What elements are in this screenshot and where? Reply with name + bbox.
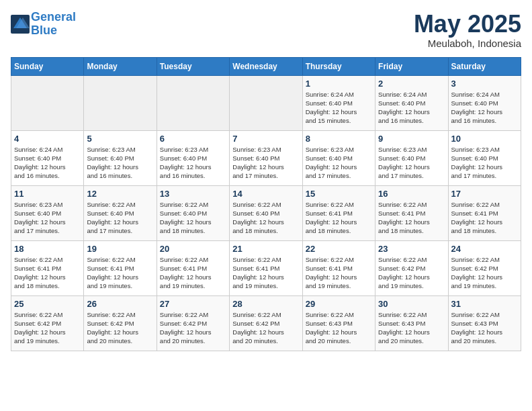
day-info: Sunrise: 6:24 AM Sunset: 6:40 PM Dayligh… — [378, 90, 445, 126]
day-info: Sunrise: 6:22 AM Sunset: 6:43 PM Dayligh… — [451, 310, 518, 346]
day-number: 20 — [160, 244, 226, 254]
day-number: 16 — [378, 189, 445, 199]
day-info: Sunrise: 6:22 AM Sunset: 6:43 PM Dayligh… — [306, 310, 372, 346]
day-number: 2 — [378, 79, 445, 89]
location-subtitle: Meulaboh, Indonesia — [414, 38, 521, 49]
weekday-header-thursday: Thursday — [302, 57, 375, 75]
day-number: 9 — [378, 134, 445, 144]
calendar-cell: 11Sunrise: 6:23 AM Sunset: 6:40 PM Dayli… — [11, 185, 84, 240]
day-info: Sunrise: 6:23 AM Sunset: 6:40 PM Dayligh… — [378, 145, 445, 181]
day-info: Sunrise: 6:22 AM Sunset: 6:41 PM Dayligh… — [306, 200, 372, 236]
calendar-cell: 20Sunrise: 6:22 AM Sunset: 6:41 PM Dayli… — [157, 240, 229, 295]
calendar-cell: 28Sunrise: 6:22 AM Sunset: 6:42 PM Dayli… — [230, 295, 302, 351]
calendar-cell: 31Sunrise: 6:22 AM Sunset: 6:43 PM Dayli… — [448, 295, 521, 351]
calendar-cell: 15Sunrise: 6:22 AM Sunset: 6:41 PM Dayli… — [302, 185, 375, 240]
day-number: 19 — [87, 244, 153, 254]
title-block: May 2025 Meulaboh, Indonesia — [414, 11, 521, 49]
day-number: 4 — [14, 134, 81, 144]
page-header: General Blue May 2025 Meulaboh, Indonesi… — [11, 11, 521, 49]
day-number: 18 — [14, 244, 81, 254]
day-number: 31 — [451, 299, 518, 309]
calendar-cell: 19Sunrise: 6:22 AM Sunset: 6:41 PM Dayli… — [84, 240, 157, 295]
calendar-cell: 2Sunrise: 6:24 AM Sunset: 6:40 PM Daylig… — [375, 75, 448, 130]
calendar-body: 1Sunrise: 6:24 AM Sunset: 6:40 PM Daylig… — [11, 75, 521, 351]
calendar-week-4: 18Sunrise: 6:22 AM Sunset: 6:41 PM Dayli… — [11, 240, 521, 295]
calendar-cell: 13Sunrise: 6:22 AM Sunset: 6:40 PM Dayli… — [157, 185, 229, 240]
calendar-cell — [157, 75, 229, 130]
day-info: Sunrise: 6:23 AM Sunset: 6:40 PM Dayligh… — [160, 145, 226, 181]
day-info: Sunrise: 6:22 AM Sunset: 6:42 PM Dayligh… — [14, 310, 81, 346]
day-info: Sunrise: 6:22 AM Sunset: 6:40 PM Dayligh… — [232, 200, 299, 236]
day-info: Sunrise: 6:24 AM Sunset: 6:40 PM Dayligh… — [14, 145, 81, 181]
logo-line2: Blue — [31, 24, 57, 37]
calendar-cell: 26Sunrise: 6:22 AM Sunset: 6:42 PM Dayli… — [84, 295, 157, 351]
day-number: 29 — [306, 299, 372, 309]
logo-text: General Blue — [31, 11, 76, 38]
day-number: 12 — [87, 189, 153, 199]
calendar-cell: 16Sunrise: 6:22 AM Sunset: 6:41 PM Dayli… — [375, 185, 448, 240]
calendar-cell: 18Sunrise: 6:22 AM Sunset: 6:41 PM Dayli… — [11, 240, 84, 295]
day-info: Sunrise: 6:23 AM Sunset: 6:40 PM Dayligh… — [306, 145, 372, 181]
calendar-cell: 27Sunrise: 6:22 AM Sunset: 6:42 PM Dayli… — [157, 295, 229, 351]
day-number: 17 — [451, 189, 518, 199]
logo-icon — [11, 15, 30, 34]
day-info: Sunrise: 6:22 AM Sunset: 6:41 PM Dayligh… — [232, 255, 299, 291]
calendar-cell: 17Sunrise: 6:22 AM Sunset: 6:41 PM Dayli… — [448, 185, 521, 240]
day-number: 13 — [160, 189, 226, 199]
logo-line1: General — [31, 10, 76, 24]
calendar-cell: 30Sunrise: 6:22 AM Sunset: 6:43 PM Dayli… — [375, 295, 448, 351]
calendar-header: SundayMondayTuesdayWednesdayThursdayFrid… — [11, 57, 521, 75]
day-info: Sunrise: 6:22 AM Sunset: 6:42 PM Dayligh… — [160, 310, 226, 346]
month-title: May 2025 — [414, 11, 521, 38]
calendar-cell: 22Sunrise: 6:22 AM Sunset: 6:41 PM Dayli… — [302, 240, 375, 295]
day-number: 8 — [306, 134, 372, 144]
logo: General Blue — [11, 11, 76, 38]
day-info: Sunrise: 6:24 AM Sunset: 6:40 PM Dayligh… — [306, 90, 372, 126]
weekday-header-wednesday: Wednesday — [230, 57, 302, 75]
calendar-cell: 9Sunrise: 6:23 AM Sunset: 6:40 PM Daylig… — [375, 130, 448, 185]
calendar-cell: 25Sunrise: 6:22 AM Sunset: 6:42 PM Dayli… — [11, 295, 84, 351]
calendar-cell: 6Sunrise: 6:23 AM Sunset: 6:40 PM Daylig… — [157, 130, 229, 185]
day-info: Sunrise: 6:22 AM Sunset: 6:41 PM Dayligh… — [160, 255, 226, 291]
calendar-cell — [11, 75, 84, 130]
day-number: 24 — [451, 244, 518, 254]
calendar-cell: 12Sunrise: 6:22 AM Sunset: 6:40 PM Dayli… — [84, 185, 157, 240]
calendar-week-5: 25Sunrise: 6:22 AM Sunset: 6:42 PM Dayli… — [11, 295, 521, 351]
calendar-cell: 14Sunrise: 6:22 AM Sunset: 6:40 PM Dayli… — [230, 185, 302, 240]
weekday-header-monday: Monday — [84, 57, 157, 75]
day-info: Sunrise: 6:22 AM Sunset: 6:41 PM Dayligh… — [14, 255, 81, 291]
weekday-header-tuesday: Tuesday — [157, 57, 229, 75]
day-number: 3 — [451, 79, 518, 89]
day-number: 25 — [14, 299, 81, 309]
day-number: 1 — [306, 79, 372, 89]
day-number: 5 — [87, 134, 153, 144]
calendar-week-2: 4Sunrise: 6:24 AM Sunset: 6:40 PM Daylig… — [11, 130, 521, 185]
calendar-cell — [230, 75, 302, 130]
day-info: Sunrise: 6:22 AM Sunset: 6:40 PM Dayligh… — [160, 200, 226, 236]
day-number: 28 — [232, 299, 299, 309]
weekday-header-friday: Friday — [375, 57, 448, 75]
calendar-cell: 3Sunrise: 6:24 AM Sunset: 6:40 PM Daylig… — [448, 75, 521, 130]
calendar-cell: 21Sunrise: 6:22 AM Sunset: 6:41 PM Dayli… — [230, 240, 302, 295]
calendar-cell — [84, 75, 157, 130]
day-info: Sunrise: 6:22 AM Sunset: 6:40 PM Dayligh… — [87, 200, 153, 236]
day-info: Sunrise: 6:23 AM Sunset: 6:40 PM Dayligh… — [14, 200, 81, 236]
day-info: Sunrise: 6:22 AM Sunset: 6:41 PM Dayligh… — [451, 200, 518, 236]
day-info: Sunrise: 6:23 AM Sunset: 6:40 PM Dayligh… — [232, 145, 299, 181]
calendar-cell: 8Sunrise: 6:23 AM Sunset: 6:40 PM Daylig… — [302, 130, 375, 185]
day-number: 30 — [378, 299, 445, 309]
calendar-table: SundayMondayTuesdayWednesdayThursdayFrid… — [11, 57, 521, 351]
day-info: Sunrise: 6:23 AM Sunset: 6:40 PM Dayligh… — [451, 145, 518, 181]
day-number: 7 — [232, 134, 299, 144]
calendar-cell: 24Sunrise: 6:22 AM Sunset: 6:42 PM Dayli… — [448, 240, 521, 295]
calendar-week-1: 1Sunrise: 6:24 AM Sunset: 6:40 PM Daylig… — [11, 75, 521, 130]
day-info: Sunrise: 6:22 AM Sunset: 6:42 PM Dayligh… — [451, 255, 518, 291]
calendar-cell: 10Sunrise: 6:23 AM Sunset: 6:40 PM Dayli… — [448, 130, 521, 185]
day-number: 23 — [378, 244, 445, 254]
calendar-cell: 29Sunrise: 6:22 AM Sunset: 6:43 PM Dayli… — [302, 295, 375, 351]
weekday-row: SundayMondayTuesdayWednesdayThursdayFrid… — [11, 57, 521, 75]
day-info: Sunrise: 6:22 AM Sunset: 6:42 PM Dayligh… — [378, 255, 445, 291]
day-number: 14 — [232, 189, 299, 199]
calendar-cell: 5Sunrise: 6:23 AM Sunset: 6:40 PM Daylig… — [84, 130, 157, 185]
day-number: 11 — [14, 189, 81, 199]
